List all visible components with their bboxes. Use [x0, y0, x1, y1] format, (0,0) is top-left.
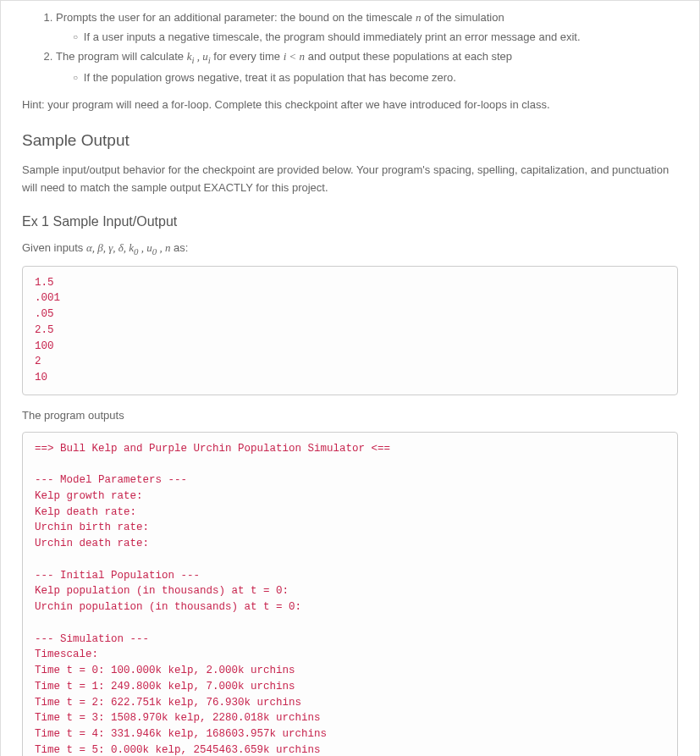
- document-card: Prompts the user for an additional param…: [0, 0, 700, 756]
- output-code-block: ==> Bull Kelp and Purple Urchin Populati…: [22, 432, 678, 756]
- item-text-2c: and output these populations at each ste…: [305, 50, 512, 63]
- math-params: α, β, γ, δ, k0 , u0 , n: [86, 241, 171, 254]
- program-outputs-label: The program outputs: [22, 407, 678, 425]
- sub-item: If a user inputs a negative timescale, t…: [73, 29, 678, 47]
- sample-description: Sample input/output behavior for the che…: [22, 162, 678, 197]
- item-text-1a: Prompts the user for an additional param…: [56, 11, 416, 24]
- item-text-2b: for every time: [211, 50, 284, 63]
- given-inputs-line: Given inputs α, β, γ, δ, k0 , u0 , n as:: [22, 240, 678, 259]
- hint-text: Hint: your program will need a for-loop.…: [22, 97, 678, 114]
- sub-list: If a user inputs a negative timescale, t…: [56, 29, 678, 47]
- heading-sample-output: Sample Output: [22, 128, 678, 153]
- sub-item: If the population grows negative, treat …: [73, 69, 678, 87]
- inputs-code-block: 1.5 .001 .05 2.5 100 2 10: [22, 266, 678, 395]
- heading-ex1: Ex 1 Sample Input/Output: [22, 211, 678, 233]
- math-ki-ui: ki , ui: [187, 50, 211, 63]
- item-text-2a: The program will calculate: [56, 50, 187, 63]
- item-text-1b: of the simulation: [421, 11, 504, 24]
- sub-list: If the population grows negative, treat …: [56, 69, 678, 87]
- given-inputs-suffix: as:: [170, 241, 188, 254]
- list-item: Prompts the user for an additional param…: [56, 9, 678, 47]
- given-inputs-prefix: Given inputs: [22, 241, 86, 254]
- list-item: The program will calculate ki , ui for e…: [56, 48, 678, 87]
- instructions-list: Prompts the user for an additional param…: [22, 9, 678, 86]
- math-i-lt-n: i < n: [284, 50, 305, 63]
